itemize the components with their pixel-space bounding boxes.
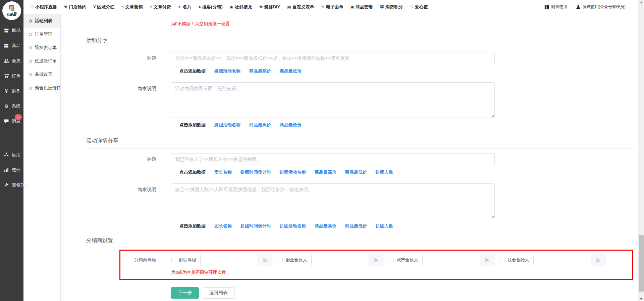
points-icon: Ⓢ — [380, 4, 384, 10]
main-content: 为0不奖励！为空则走统一设置 活动分享 标题 点击添加数据 拼团活动名称 商品最… — [61, 14, 638, 301]
sidebar-item-overview[interactable]: 概况 — [0, 23, 23, 38]
detail-desc-textarea[interactable] — [171, 183, 495, 219]
insert-link-min-price[interactable]: 商品最低价 — [280, 122, 302, 128]
topnav-item-article-pay[interactable]: ○文章付费 — [150, 4, 171, 10]
title-field-label: 标题 — [86, 156, 156, 162]
sidebar-item-stats[interactable]: 统计 — [0, 162, 23, 177]
distributor-settings-box: 分销商等级 默认等级 次 创业合伙人 次 城市合伙人 — [119, 250, 633, 280]
insert-link-min-price[interactable]: 商品最低价 — [345, 223, 367, 229]
sidebar-item-label: 商品 — [12, 43, 20, 49]
insert-link-min-price[interactable]: 商品最低价 — [345, 169, 367, 175]
desc-field-label: 商家说明 — [86, 183, 156, 219]
default-level-checkbox[interactable] — [171, 258, 176, 262]
sidebar-item-goods[interactable]: 商品 — [0, 38, 23, 53]
default-level-times-input[interactable] — [201, 254, 258, 266]
insert-link-activity-name[interactable]: 拼团活动名称 — [280, 169, 306, 175]
sidebar-item-messages[interactable]: 消息 … — [0, 114, 23, 129]
distributor-level-label: 分销商等级 — [120, 257, 156, 263]
sidebar-item-system[interactable]: ⚙ 系统 — [0, 98, 23, 114]
stats-icon — [3, 167, 9, 173]
sidebar-item-diy[interactable]: 装修DIY — [0, 177, 23, 192]
insert-link-activity-name[interactable]: 拼团活动名称 — [280, 223, 306, 229]
add-data-label: 点击添加数据 — [179, 122, 206, 128]
topnav-item-product-package[interactable]: ▣商品套餐 — [351, 4, 373, 10]
insert-link-leader-name[interactable]: 团长名称 — [214, 223, 232, 229]
topnav-item-business-card[interactable]: ✈名片 — [178, 4, 192, 10]
radio-dot-icon — [29, 87, 32, 90]
topnav-item-article-marketing[interactable]: ○文章营销 — [121, 4, 143, 10]
radio-dot-icon — [29, 19, 32, 23]
submenu-item-basic-settings[interactable]: 基础设置 — [23, 68, 60, 81]
submenu-item-order-management[interactable]: 订单管理 — [23, 28, 60, 41]
startup-partner-times-input[interactable] — [312, 254, 369, 266]
wrench-icon: ⚒ — [259, 5, 263, 9]
share-title-input[interactable] — [171, 52, 495, 64]
level-group-cofounder: 联合创始人 次 — [500, 254, 605, 266]
submenu-item-refunded-orders[interactable]: 已退款订单 — [23, 54, 60, 68]
topnav-item-e-waybill[interactable]: ✎电子面单 — [321, 4, 343, 10]
user-menu[interactable]: 测试使用(公众号管理员) — [576, 4, 626, 10]
sidebar-item-orders[interactable]: 订单 — [0, 68, 23, 83]
brand-logo[interactable]: E企盈 — [2, 1, 21, 20]
submenu: 活动列表 订单管理 退换货订单 已退款订单 基础设置 聚合供应链订单管理 — [23, 14, 61, 301]
topnav-item-diy[interactable]: ⚒装修DIY — [259, 4, 280, 10]
section-title-activity-share: 活动分享 — [86, 37, 633, 48]
insert-link-activity-name[interactable]: 拼团活动名称 — [214, 68, 240, 74]
insert-link-group-size[interactable]: 拼团人数 — [376, 169, 393, 175]
heart-icon: ♡ — [410, 5, 414, 9]
insert-link-leader-name[interactable]: 团长名称 — [214, 169, 232, 175]
topnav-item-group-chain[interactable]: ▣社群接龙 — [229, 4, 252, 10]
scrollbar-up-arrow[interactable] — [638, 0, 644, 5]
scrollbar-down-arrow[interactable] — [638, 296, 644, 301]
sidebar-item-label: 概况 — [12, 28, 20, 34]
scrollbar-thumb[interactable] — [639, 235, 644, 292]
next-step-button[interactable]: 下一步 — [171, 287, 199, 299]
brand-name: E企盈 — [7, 12, 17, 17]
insert-link-max-price[interactable]: 商品最高价 — [249, 122, 271, 128]
topnav-item-store-booking[interactable]: ⚒门店预约 — [64, 4, 87, 10]
sidebar-item-label: 订单 — [12, 73, 20, 79]
submenu-item-supply-chain-orders[interactable]: 聚合供应链订单管理 — [23, 81, 60, 95]
topnav-item-live[interactable]: ♡小程序直播 — [30, 4, 57, 10]
city-partner-times-input[interactable] — [423, 254, 480, 266]
insert-link-max-price[interactable]: 商品最高价 — [315, 223, 336, 229]
submenu-item-return-orders[interactable]: 退换货订单 — [23, 41, 60, 54]
back-to-list-button[interactable]: 返回列表 — [202, 287, 235, 299]
add-data-label: 点击添加数据 — [179, 68, 206, 74]
submenu-item-activity-list[interactable]: 活动列表 — [23, 14, 60, 28]
insert-link-min-price[interactable]: 商品最低价 — [280, 68, 302, 74]
section-title-detail-share: 活动详情分享 — [86, 137, 633, 148]
workspace-switcher[interactable]: 测试使用 — [544, 4, 567, 10]
sidebar-item-members[interactable]: 会员 — [0, 53, 23, 68]
topnav-item-distribution[interactable]: <推客(分销) — [199, 4, 223, 10]
topnav-item-region-bonus[interactable]: ¥区域分红 — [94, 4, 115, 10]
topnav-item-custom-form[interactable]: ▤自定义表单 — [287, 4, 314, 10]
insert-link-group-size[interactable]: 拼团人数 — [376, 223, 393, 229]
detail-title-input[interactable] — [171, 153, 495, 165]
topnav-item-points[interactable]: Ⓢ消费积分 — [380, 4, 403, 10]
insert-link-countdown[interactable]: 拼团时间倒计时 — [240, 169, 271, 175]
cofounder-checkbox[interactable] — [500, 258, 505, 262]
share-desc-textarea[interactable] — [171, 82, 495, 118]
sidebar-item-apps[interactable]: 应用 — [0, 147, 23, 162]
apps-icon — [3, 152, 9, 158]
circle-icon: ○ — [150, 5, 152, 9]
city-partner-checkbox[interactable] — [389, 258, 394, 262]
radio-dot-icon — [29, 73, 32, 76]
insert-link-countdown[interactable]: 拼团时间倒计时 — [240, 223, 271, 229]
insert-link-max-price[interactable]: 商品最高价 — [249, 68, 271, 74]
level-label: 默认等级 — [179, 257, 196, 263]
pencil-icon: ✎ — [321, 5, 325, 9]
page-scrollbar — [638, 0, 644, 301]
startup-partner-checkbox[interactable] — [278, 258, 283, 262]
cofounder-times-input[interactable] — [534, 254, 591, 266]
insert-link-activity-name[interactable]: 拼团活动名称 — [214, 122, 240, 128]
sidebar-item-finance[interactable]: ¥ 财务 — [0, 83, 23, 98]
chat-icon — [3, 119, 9, 124]
radio-dot-icon — [29, 60, 32, 63]
topnav-item-love-value[interactable]: ♡爱心值 — [410, 4, 428, 10]
level-group-city-partner: 城市合伙人 次 — [389, 254, 494, 266]
grid-icon — [544, 5, 549, 9]
insert-link-max-price[interactable]: 商品最高价 — [315, 169, 336, 175]
level-label: 创业合伙人 — [285, 257, 307, 263]
